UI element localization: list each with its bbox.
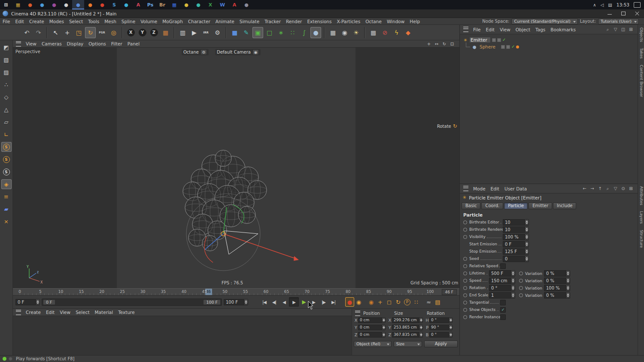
object-manager-menu-item[interactable]: File bbox=[471, 27, 483, 32]
record-button[interactable]: ● bbox=[345, 297, 354, 307]
animation-toggle-icon[interactable] bbox=[463, 315, 467, 319]
object-manager-menu-item[interactable]: Object bbox=[513, 27, 533, 32]
close-button[interactable] bbox=[630, 9, 644, 18]
object-manager-menu-item[interactable]: Bookmarks bbox=[548, 27, 578, 32]
lock-icon[interactable]: ⊙ bbox=[620, 186, 626, 191]
menu-item[interactable]: Modes bbox=[47, 19, 67, 24]
volume-icon[interactable]: ◁ bbox=[601, 3, 604, 7]
node-space-dropdown[interactable]: Current (Standard/Physical) bbox=[511, 18, 577, 24]
object-name[interactable]: Emitter bbox=[470, 37, 490, 42]
animation-toggle-icon[interactable] bbox=[463, 272, 467, 275]
attribute-value-field[interactable]: 10 bbox=[503, 226, 529, 233]
live-selection-button[interactable]: ↖ bbox=[50, 27, 61, 38]
taskbar-app-cinema4d[interactable]: ● bbox=[72, 0, 84, 9]
menu-item[interactable]: Simulate bbox=[237, 19, 262, 24]
side-tab[interactable]: Structure bbox=[639, 230, 644, 248]
spinner[interactable] bbox=[449, 332, 453, 338]
spinner[interactable] bbox=[419, 332, 423, 338]
axis-modify-button[interactable]: ◈ bbox=[1, 179, 12, 189]
viewport-menu-item[interactable]: Options bbox=[86, 41, 109, 46]
spinner[interactable] bbox=[525, 256, 529, 262]
deformer-button[interactable]: ∫ bbox=[299, 27, 310, 38]
field-button[interactable]: ● bbox=[310, 27, 321, 38]
taskbar-app-excel[interactable]: X bbox=[204, 0, 216, 9]
rotate-view-icon[interactable]: ↻ bbox=[441, 42, 447, 46]
spinner[interactable] bbox=[566, 292, 570, 299]
animation-toggle-icon[interactable] bbox=[519, 272, 523, 275]
range-end-handle[interactable]: 100 F bbox=[203, 299, 221, 305]
spinner[interactable] bbox=[566, 278, 570, 284]
camera-button[interactable]: ◉ bbox=[339, 27, 350, 38]
play-forwards-button[interactable]: ▶ bbox=[289, 297, 299, 307]
spreadsheet-button[interactable]: ▦ bbox=[328, 27, 338, 38]
spinner[interactable] bbox=[525, 234, 529, 240]
workplane-mode-button[interactable]: ∟ bbox=[1, 130, 12, 139]
viewport[interactable]: ViewCamerasDisplayOptionsFilterPanel +↔↻… bbox=[13, 40, 459, 288]
texture-mode-button[interactable]: ▨ bbox=[1, 67, 12, 77]
zoom-view-icon[interactable]: ↔ bbox=[434, 42, 440, 46]
rotation-field[interactable]: 90 ° bbox=[429, 325, 453, 330]
animation-toggle-icon[interactable] bbox=[463, 308, 467, 312]
apply-button[interactable]: Apply bbox=[424, 341, 458, 347]
menu-item[interactable]: Animate bbox=[213, 19, 237, 24]
menu-item[interactable]: Tracker bbox=[262, 19, 283, 24]
attribute-checkbox[interactable] bbox=[500, 314, 506, 320]
toggle-render-off-button[interactable]: ⊘ bbox=[380, 27, 390, 38]
interactive-render-button[interactable]: IRR bbox=[200, 27, 211, 38]
taskbar-app-blue[interactable]: ▦ bbox=[168, 0, 180, 9]
render-visibility-dot[interactable] bbox=[506, 45, 510, 49]
taskbar-app-skype[interactable]: S bbox=[108, 0, 120, 9]
taskbar-app-teal[interactable]: ● bbox=[120, 0, 132, 9]
side-tab[interactable]: Takes bbox=[639, 48, 644, 59]
render-view-button[interactable]: ▥ bbox=[177, 27, 188, 38]
hud-default-camera[interactable]: Default Camera ◉ bbox=[215, 49, 261, 55]
taskbar-app-word[interactable]: W bbox=[216, 0, 228, 9]
attribute-tab[interactable]: Particle bbox=[504, 202, 528, 209]
spinner[interactable] bbox=[244, 299, 248, 305]
move-button[interactable]: + bbox=[62, 27, 73, 38]
layout-dropdown[interactable]: Tutorials (User) bbox=[598, 18, 639, 24]
spinner[interactable] bbox=[525, 241, 529, 247]
animation-toggle-icon[interactable] bbox=[463, 264, 467, 268]
side-tab[interactable]: Content Browser bbox=[639, 65, 644, 97]
enabled-check-icon[interactable]: ✓ bbox=[502, 38, 506, 42]
go-to-start-button[interactable]: |◀ bbox=[259, 297, 269, 307]
menu-item[interactable]: Spline bbox=[119, 19, 138, 24]
axis-swap-button[interactable]: × bbox=[1, 217, 12, 226]
spinner[interactable] bbox=[36, 299, 40, 305]
tag-icon[interactable] bbox=[516, 45, 519, 48]
animation-toggle-icon[interactable] bbox=[519, 279, 523, 283]
attribute-tab[interactable]: Include bbox=[553, 202, 576, 209]
viewport-menu-item[interactable]: Display bbox=[64, 41, 86, 46]
menu-item[interactable]: Edit bbox=[13, 19, 27, 24]
particle-button[interactable]: ∗ bbox=[276, 27, 286, 38]
start-button[interactable]: ⊞ bbox=[0, 0, 12, 9]
animation-toggle-icon[interactable] bbox=[463, 257, 467, 261]
attribute-value-field[interactable]: 0 F bbox=[503, 241, 529, 247]
attribute-tab[interactable]: Coord. bbox=[481, 202, 503, 209]
coordinate-system-button[interactable]: ◎ bbox=[108, 27, 119, 38]
spinner[interactable] bbox=[449, 317, 453, 323]
animation-toggle-icon[interactable] bbox=[463, 293, 467, 297]
separator[interactable] bbox=[122, 27, 123, 38]
attribute-tab[interactable]: Emitter bbox=[529, 202, 552, 209]
panel-icon[interactable]: ⊞ bbox=[628, 186, 634, 191]
attribute-value-field[interactable]: 125 F bbox=[503, 248, 529, 255]
object-tree-row[interactable]: ● Sphere ✓ bbox=[460, 43, 638, 50]
spinner[interactable] bbox=[511, 292, 515, 299]
notifications-icon[interactable] bbox=[634, 2, 641, 8]
object-manager-menu-item[interactable]: Edit bbox=[483, 27, 497, 32]
separator[interactable] bbox=[324, 27, 325, 38]
solo-button[interactable]: ▤ bbox=[433, 297, 442, 307]
object-manager-menu-icon[interactable] bbox=[463, 27, 468, 32]
size-mode-dropdown[interactable]: Size bbox=[394, 341, 422, 347]
spinner[interactable] bbox=[419, 325, 423, 330]
cloner-button[interactable]: ▣ bbox=[252, 27, 263, 38]
spinner[interactable] bbox=[419, 317, 423, 323]
model-mode-button[interactable]: ▧ bbox=[1, 55, 12, 65]
gear-icon[interactable]: ⚙ bbox=[200, 49, 207, 55]
make-editable-button[interactable]: ◩ bbox=[1, 42, 12, 52]
maximize-button[interactable] bbox=[617, 9, 630, 18]
attribute-value-field[interactable]: 1 bbox=[489, 292, 515, 299]
separator[interactable] bbox=[46, 27, 48, 38]
